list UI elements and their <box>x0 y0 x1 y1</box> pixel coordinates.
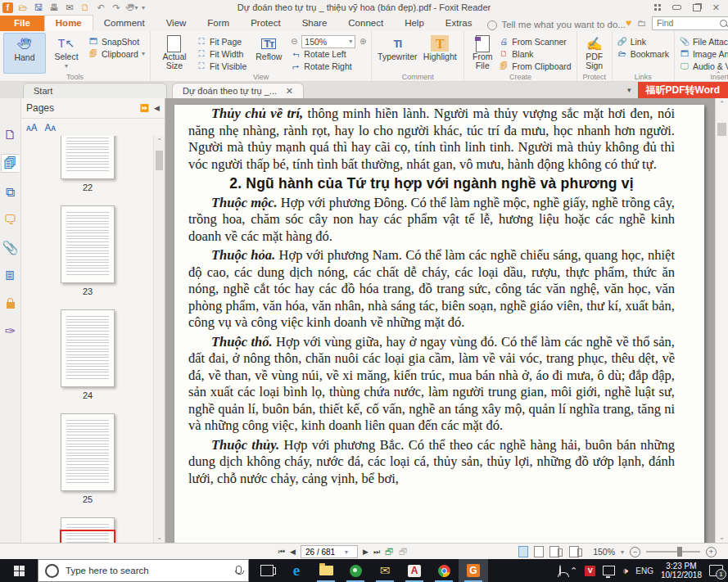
connected-pdf-icon[interactable]: 🗏 <box>2 267 19 284</box>
zoom-slider-thumb[interactable] <box>677 547 682 557</box>
tab-protect[interactable]: Protect <box>240 16 291 31</box>
rotate-left-button[interactable]: ⮢ Rotate Left <box>289 47 368 60</box>
rotate-right-button[interactable]: ⮣ Rotate Right <box>289 60 368 72</box>
tab-form[interactable]: Form <box>197 16 240 31</box>
scroll-down-icon[interactable]: ⌄ <box>716 533 728 541</box>
document-view[interactable]: Thủy chủ về trí, thông minh hiền lành. N… <box>165 98 728 543</box>
facing-view-icon[interactable] <box>549 546 559 557</box>
last-page-button[interactable]: ⏭ <box>373 548 380 557</box>
page-thumbnail-23[interactable] <box>61 205 115 283</box>
bookmarks-panel-icon[interactable]: 🗋 <box>2 126 19 143</box>
scroll-up-icon[interactable]: ⌃ <box>716 100 728 108</box>
layers-panel-icon[interactable]: ⧉ <box>2 183 19 201</box>
tell-me-search[interactable]: Tell me what you want to do... <box>487 20 626 31</box>
foxit-taskbar-button[interactable]: G <box>459 559 488 582</box>
chevron-down-icon[interactable]: ▾ <box>627 86 631 94</box>
continuous-view-icon[interactable] <box>534 546 544 557</box>
autocad-taskbar-button[interactable]: A <box>400 559 429 582</box>
previous-page-button[interactable]: ◀ <box>290 548 296 556</box>
minimize-button[interactable] <box>672 5 681 10</box>
network-icon[interactable] <box>603 566 615 575</box>
image-annotation-button[interactable]: 🗔 Image Annotation <box>678 47 728 60</box>
first-page-button[interactable]: ⏮ <box>278 548 285 557</box>
pdf-sign-button[interactable]: ✍ PDF Sign <box>581 33 608 72</box>
zoom-slider[interactable] <box>646 551 700 553</box>
find-box[interactable] <box>652 16 728 30</box>
from-clipboard-button[interactable]: 🗐 From Clipboard <box>497 60 572 72</box>
page-thumbnail-25[interactable] <box>61 413 115 491</box>
scroll-down-icon[interactable]: ⌄ <box>154 534 165 541</box>
scroll-up-icon[interactable]: ⌃ <box>154 138 165 145</box>
page-number-field[interactable]: ▾ <box>301 545 358 558</box>
volume-icon[interactable]: 🕩 <box>622 566 628 576</box>
tab-connect[interactable]: Connect <box>337 16 394 31</box>
tab-comment[interactable]: Comment <box>93 16 156 31</box>
zoom-out-icon[interactable]: ⊖ <box>289 37 299 47</box>
document-tab[interactable]: Dự đoán theo tự trụ _... ✕ <box>172 83 304 98</box>
customize-toolbar-icon[interactable]: ▾ <box>142 4 145 11</box>
highlight-button[interactable]: T Highlight <box>419 33 460 72</box>
open-file-icon[interactable]: 🗁 <box>17 2 29 13</box>
collapse-panel-icon[interactable]: ◀ <box>154 104 160 112</box>
reflow-button[interactable]: Tᴛ Reflow <box>248 33 289 72</box>
zoom-in-button[interactable]: + <box>706 547 717 557</box>
facing-continuous-view-icon[interactable] <box>569 546 579 557</box>
from-scanner-button[interactable]: 🖨 From Scanner <box>497 35 572 47</box>
snapshot-button[interactable]: 🗔 SnapShot <box>87 35 147 47</box>
clock[interactable]: 3:23 PM 10/12/2018 <box>661 562 702 580</box>
signature-panel-icon[interactable]: ✑ <box>2 323 19 340</box>
email-icon[interactable]: ✉ <box>64 2 75 13</box>
actual-size-button[interactable]: Actual Size <box>154 33 195 72</box>
panel-scrollbar[interactable]: ⌃ ⌄ <box>153 136 165 543</box>
save-icon[interactable]: 🖫 <box>33 2 44 13</box>
zoom-dropdown-icon[interactable]: ▾ <box>621 548 624 556</box>
print-icon[interactable]: 🖶 <box>48 2 60 13</box>
comments-panel-icon[interactable]: 🗨 <box>2 211 19 228</box>
page-thumbnail-22[interactable] <box>61 136 115 179</box>
vmware-tray-icon[interactable]: V <box>585 566 595 576</box>
microphone-icon[interactable] <box>236 566 242 574</box>
enlarge-thumbnails-icon[interactable]: 🗚 <box>26 122 38 133</box>
single-page-view-icon[interactable] <box>518 546 528 557</box>
typewriter-button[interactable]: TI Typewriter <box>375 33 419 72</box>
expand-panel-icon[interactable]: ⏩ <box>140 104 149 112</box>
foxit-logo-icon[interactable]: f <box>2 2 13 13</box>
zoom-combobox[interactable]: 150% ▾ <box>301 35 355 48</box>
file-explorer-taskbar-button[interactable] <box>311 559 341 582</box>
tab-help[interactable]: Help <box>394 16 435 31</box>
hand-tool-button[interactable]: 🖑 Hand <box>3 33 46 74</box>
tab-share[interactable]: Share <box>292 16 338 31</box>
language-indicator[interactable]: ENG <box>635 566 653 575</box>
page-number-input[interactable] <box>304 547 345 557</box>
fit-width-button[interactable]: ⛶ Fit Width <box>195 47 248 60</box>
scrollbar-thumb[interactable] <box>156 151 163 170</box>
fit-page-button[interactable]: ⛶ Fit Page <box>195 35 248 47</box>
close-tab-icon[interactable]: ✕ <box>286 86 293 97</box>
file-attachment-button[interactable]: 📎 File Attachment <box>678 35 728 47</box>
green-app-taskbar-button[interactable] <box>341 559 370 582</box>
find-input[interactable] <box>655 17 720 29</box>
taskbar-search[interactable]: Type here to search <box>38 559 249 582</box>
quick-sign-icon[interactable]: 🖑▾ <box>126 2 138 13</box>
zoom-in-icon[interactable]: ⊕ <box>358 37 368 47</box>
select-tool-button[interactable]: T↖ Select ▾ <box>46 33 87 72</box>
bookmark-button[interactable]: 🗁 Bookmark <box>616 47 671 60</box>
tab-extras[interactable]: Extras <box>435 16 483 31</box>
pdf-to-word-button[interactable]: 福昕PDF转Word <box>638 82 728 98</box>
start-button[interactable] <box>0 559 38 582</box>
from-file-button[interactable]: From File <box>468 33 497 72</box>
link-button[interactable]: 🔗 Link <box>616 35 671 47</box>
scrollbar-thumb[interactable] <box>717 123 726 136</box>
blank-button[interactable]: 🗋 Blank <box>497 47 572 60</box>
close-button[interactable]: ✕ <box>712 3 720 11</box>
undo-icon[interactable]: ↶ <box>95 2 106 13</box>
redo-icon[interactable]: ↷ <box>111 2 122 13</box>
new-document-icon[interactable]: 🗋 <box>79 2 91 13</box>
action-center-icon[interactable]: 1 <box>709 565 723 576</box>
document-scrollbar[interactable]: ⌃ ⌄ <box>715 98 728 543</box>
start-tab[interactable]: Start <box>23 83 167 98</box>
next-view-icon[interactable]: 🗗 <box>399 547 408 557</box>
previous-view-icon[interactable]: 🗗 <box>385 547 394 557</box>
next-page-button[interactable]: ▶ <box>363 548 369 556</box>
tile-windows-button[interactable] <box>654 4 661 11</box>
